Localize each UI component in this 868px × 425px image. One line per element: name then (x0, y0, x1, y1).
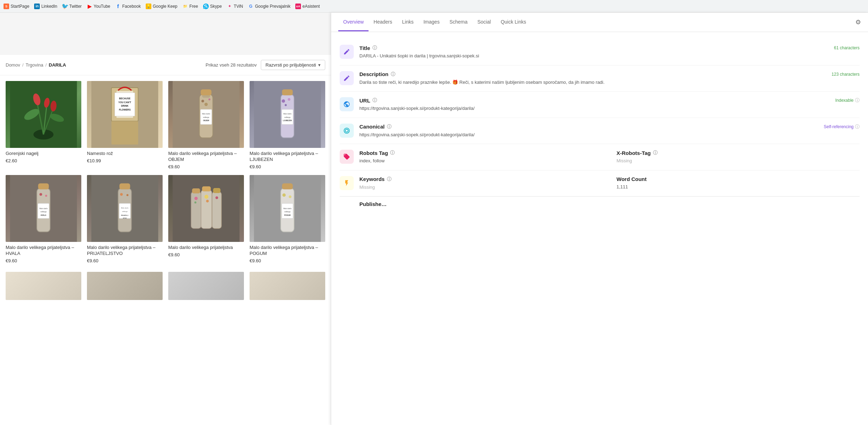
svg-point-37 (282, 99, 285, 103)
product-price: €9.60 (168, 164, 244, 169)
product-card[interactable]: Malo darilo velikega prijateljstva €9.60 (168, 175, 244, 263)
svg-point-66 (194, 197, 198, 200)
bookmark-gkeep[interactable]: 💡 Google Keep (146, 4, 177, 9)
keywords-value: Missing (359, 184, 603, 191)
bookmark-label: Skype (210, 4, 222, 9)
robots-info-icon[interactable]: ⓘ (390, 150, 395, 156)
xrobots-value: Missing (617, 157, 860, 164)
description-info-icon[interactable]: ⓘ (391, 71, 395, 77)
bookmark-easistent[interactable]: eA eAsistent (295, 4, 320, 9)
easistent-icon: eA (295, 4, 301, 9)
bookmark-skype[interactable]: Skype (203, 4, 222, 9)
tab-links[interactable]: Links (397, 13, 419, 31)
tab-images[interactable]: Images (419, 13, 445, 31)
product-card[interactable]: Malo darilo velikega POGUM Malo darilo v… (250, 175, 325, 263)
keywords-title: Keywords ⓘ (359, 176, 603, 182)
svg-point-67 (205, 195, 208, 199)
tab-quicklinks[interactable]: Quick Links (496, 13, 531, 31)
seo-tabs: Overview Headers Links Images Schema Soc… (331, 13, 868, 32)
bookmark-facebook[interactable]: f Facebook (115, 4, 141, 9)
svg-text:Malo darilo: Malo darilo (202, 113, 210, 115)
product-price: €10.99 (87, 158, 163, 163)
bookmark-free[interactable]: 📁 Free (182, 4, 198, 9)
product-card[interactable]: Malo darilo velikega HVALA Malo darilo v… (6, 175, 81, 263)
canonical-field: Canonical ⓘ Self-referencing ⓘ https://t… (359, 124, 860, 138)
keywords-info-icon[interactable]: ⓘ (387, 176, 391, 182)
svg-text:velikega: velikega (203, 117, 209, 118)
canonical-icon (340, 124, 354, 138)
products-grid: Gorenjski nagelj €2.60 BECAUSE (0, 75, 331, 269)
product-name: Malo darilo velikega prijateljstva – HVA… (6, 245, 81, 257)
product-card[interactable] (87, 272, 163, 300)
svg-text:Malo darilo: Malo darilo (283, 113, 292, 115)
startpage-icon: S (4, 4, 9, 9)
keywords-icon (340, 176, 354, 190)
product-name: Malo darilo velikega prijateljstva (168, 245, 244, 251)
product-card[interactable]: Malo darilo velikega LJUBEZEN Malo daril… (250, 81, 325, 169)
tab-overview[interactable]: Overview (338, 13, 369, 31)
svg-text:Malo darilo: Malo darilo (121, 207, 128, 209)
product-image: BECAUSE YOU CAN'T DRINK FLOWERS (87, 81, 163, 148)
url-info-icon[interactable]: ⓘ (372, 97, 377, 104)
breadcrumb-shop[interactable]: Trgovina (26, 62, 43, 68)
svg-text:STVO: STVO (123, 218, 126, 219)
title-info-icon[interactable]: ⓘ (372, 45, 377, 51)
svg-rect-18 (112, 121, 138, 145)
svg-point-69 (194, 201, 196, 204)
product-card[interactable]: Gorenjski nagelj €2.60 (6, 81, 81, 169)
title-field: Title ⓘ 61 characters DARILA - Unikatni … (359, 45, 860, 60)
url-status-info-icon[interactable]: ⓘ (855, 97, 860, 104)
free-icon: 📁 (182, 4, 188, 9)
twitter-icon: 🐦 (62, 4, 68, 9)
breadcrumb-sep1: / (22, 62, 24, 68)
seo-content: Title ⓘ 61 characters DARILA - Unikatni … (331, 32, 868, 214)
tab-social[interactable]: Social (472, 13, 496, 31)
description-icon (340, 71, 354, 85)
canonical-status-info-icon[interactable]: ⓘ (855, 124, 860, 130)
url-field-title: URL ⓘ (359, 97, 377, 104)
url-icon (340, 97, 354, 111)
svg-point-48 (45, 195, 47, 197)
product-name: Gorenjski nagelj (6, 151, 81, 157)
breadcrumb-bar: Domov / Trgovina / DARILA Prikaz vseh 28… (0, 55, 331, 75)
product-card[interactable]: Malo darilo velikega OBJEM Malo darilo v… (168, 81, 244, 169)
product-card[interactable] (6, 272, 81, 300)
bookmark-startpage[interactable]: S StartPage (4, 4, 29, 9)
product-name: Malo darilo velikega prijateljstva – LJU… (250, 151, 325, 163)
product-card[interactable] (250, 272, 325, 300)
product-image: Malo darilo velikega PRIJATELJ- STVO (87, 175, 163, 242)
svg-rect-42 (38, 183, 49, 189)
product-image: Malo darilo velikega OBJEM (168, 81, 244, 148)
tab-schema[interactable]: Schema (445, 13, 472, 31)
robots-title: Robots Tag ⓘ (359, 150, 603, 156)
website-content: Domov / Trgovina / DARILA Prikaz vseh 28… (0, 13, 331, 425)
product-card[interactable]: Malo darilo velikega PRIJATELJ- STVO Mal… (87, 175, 163, 263)
xrobots-info-icon[interactable]: ⓘ (653, 150, 658, 156)
bookmark-label: Facebook (122, 4, 141, 9)
product-price: €9.60 (250, 258, 325, 263)
bookmark-twitter[interactable]: 🐦 Twitter (62, 4, 82, 9)
gear-icon[interactable]: ⚙ (855, 13, 861, 32)
robots-field: Robots Tag ⓘ index, follow X-Robots-Tag … (359, 150, 860, 164)
sort-dropdown[interactable]: Razvrsti po priljubljenosti ▾ (261, 60, 325, 70)
facebook-icon: f (115, 4, 121, 9)
product-card[interactable] (168, 272, 244, 300)
bookmark-gprevajalnik[interactable]: G Google Prevajalnik (248, 4, 291, 9)
svg-rect-73 (282, 183, 293, 189)
tab-headers[interactable]: Headers (369, 13, 397, 31)
robots-icon (340, 150, 354, 164)
site-header-spacer (0, 13, 331, 55)
canonical-info-icon[interactable]: ⓘ (387, 124, 391, 130)
breadcrumb-home[interactable]: Domov (6, 62, 20, 68)
bookmark-linkedin[interactable]: in LinkedIn (34, 4, 57, 9)
url-field-header: URL ⓘ Indexable ⓘ (359, 97, 860, 104)
svg-text:velikega: velikega (122, 210, 128, 212)
url-field: URL ⓘ Indexable ⓘ https://trgovina.sanjs… (359, 97, 860, 112)
gprevajalnik-icon: G (248, 4, 254, 9)
canonical-field-value: https://trgovina.sanjski-sopek.si/produk… (359, 131, 860, 138)
product-card[interactable]: BECAUSE YOU CAN'T DRINK FLOWERS Namesto … (87, 81, 163, 169)
bookmark-youtube[interactable]: ▶ YouTube (87, 4, 110, 9)
robots-value: index, follow (359, 157, 603, 164)
product-image (250, 272, 325, 300)
bookmark-tvin[interactable]: ✦ TViN (227, 4, 243, 9)
